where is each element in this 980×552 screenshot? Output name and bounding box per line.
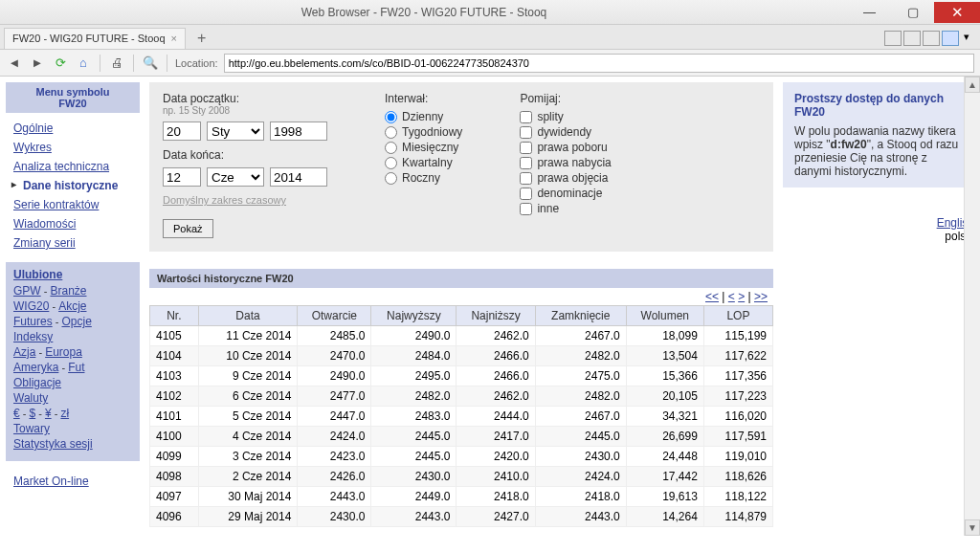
scroll-down-icon[interactable]: ▼ bbox=[965, 519, 980, 536]
skip-checkbox[interactable] bbox=[520, 172, 532, 185]
start-day-input[interactable] bbox=[163, 121, 201, 141]
fav-link[interactable]: WIG20 bbox=[13, 299, 49, 313]
sidebar-item[interactable]: Analiza techniczna bbox=[13, 157, 136, 176]
fav-link[interactable]: Obligacje bbox=[13, 376, 61, 389]
start-month-select[interactable]: Sty bbox=[207, 121, 264, 141]
fav-link[interactable]: Fut bbox=[68, 361, 84, 374]
fav-link[interactable]: Akcje bbox=[58, 299, 86, 313]
fav-link[interactable]: Futures bbox=[13, 315, 53, 328]
interval-radio[interactable] bbox=[385, 111, 397, 123]
fav-link[interactable]: Towary bbox=[13, 422, 50, 435]
favorites-header[interactable]: Ulubione bbox=[13, 268, 136, 281]
interval-option[interactable]: Dzienny bbox=[385, 109, 462, 124]
interval-radio[interactable] bbox=[385, 126, 397, 139]
scroll-up-icon[interactable]: ▲ bbox=[965, 77, 980, 93]
table-cell: 2447.0 bbox=[298, 407, 371, 427]
column-header[interactable]: Najwyższy bbox=[371, 306, 457, 326]
pager-prev[interactable]: < bbox=[728, 290, 735, 303]
sidebar-item[interactable]: Serie kontraktów bbox=[13, 195, 136, 214]
fav-link[interactable]: Branże bbox=[50, 284, 86, 298]
fav-link[interactable]: Europa bbox=[45, 345, 82, 359]
fav-link[interactable]: Statystyka sesji bbox=[13, 437, 93, 451]
skip-option[interactable]: splity bbox=[520, 109, 611, 124]
end-month-select[interactable]: Cze bbox=[207, 167, 264, 187]
interval-option[interactable]: Tygodniowy bbox=[385, 124, 462, 140]
skip-checkbox[interactable] bbox=[520, 142, 532, 154]
scrollbar[interactable]: ▲ ▼ bbox=[964, 77, 980, 536]
layout-icon-3[interactable] bbox=[923, 31, 940, 46]
interval-option[interactable]: Roczny bbox=[385, 170, 462, 186]
fav-link[interactable]: GPW bbox=[13, 284, 41, 298]
interval-option[interactable]: Kwartalny bbox=[385, 155, 462, 170]
fav-link[interactable]: zł bbox=[60, 407, 69, 420]
table-cell: 2420.0 bbox=[457, 447, 535, 467]
start-year-input[interactable] bbox=[270, 121, 327, 141]
sidebar-item[interactable]: Dane historyczne bbox=[13, 176, 136, 195]
table-cell: 2 Cze 2014 bbox=[198, 467, 298, 487]
close-window-button[interactable]: ✕ bbox=[934, 2, 980, 23]
back-icon[interactable]: ◄ bbox=[6, 55, 23, 70]
interval-radio[interactable] bbox=[385, 142, 397, 154]
fav-link[interactable]: Indeksy bbox=[13, 330, 53, 343]
sidebar-item[interactable]: Ogólnie bbox=[13, 119, 136, 138]
skip-option[interactable]: denominacje bbox=[520, 186, 611, 201]
minimize-button[interactable]: — bbox=[848, 2, 891, 23]
print-icon[interactable]: 🖨 bbox=[108, 55, 125, 70]
end-year-input[interactable] bbox=[270, 167, 327, 187]
skip-checkbox[interactable] bbox=[520, 188, 532, 200]
skip-checkbox[interactable] bbox=[520, 111, 532, 123]
column-header[interactable]: Otwarcie bbox=[298, 306, 371, 326]
filter-form: Data początku: np. 15 Sty 2008 Sty Data … bbox=[149, 82, 773, 252]
interval-radio[interactable] bbox=[385, 157, 397, 169]
interval-option[interactable]: Miesięczny bbox=[385, 140, 462, 155]
default-range-link[interactable]: Domyślny zakres czasowy bbox=[163, 194, 286, 206]
fav-link[interactable]: Opcje bbox=[61, 315, 91, 328]
skip-option[interactable]: prawa poboru bbox=[520, 140, 611, 155]
layout-icon-1[interactable] bbox=[884, 31, 902, 46]
layout-icon-4[interactable] bbox=[942, 31, 959, 46]
table-cell: 18,099 bbox=[626, 326, 703, 346]
column-header[interactable]: Zamknięcie bbox=[535, 306, 626, 326]
column-header[interactable]: Data bbox=[198, 306, 298, 326]
dropdown-icon[interactable]: ▾ bbox=[961, 31, 972, 46]
show-button[interactable]: Pokaż bbox=[163, 219, 213, 238]
sidebar-item[interactable]: Wykres bbox=[13, 138, 136, 157]
interval-radio[interactable] bbox=[385, 172, 397, 185]
end-day-input[interactable] bbox=[163, 167, 201, 187]
skip-checkbox[interactable] bbox=[520, 126, 532, 139]
fav-link[interactable]: Azja bbox=[13, 345, 35, 359]
skip-option[interactable]: dywidendy bbox=[520, 124, 611, 140]
skip-checkbox[interactable] bbox=[520, 203, 532, 215]
column-header[interactable]: Najniższy bbox=[457, 306, 535, 326]
skip-option[interactable]: inne bbox=[520, 201, 611, 216]
pager-first[interactable]: << bbox=[705, 290, 719, 303]
table-cell: 19,613 bbox=[626, 487, 703, 507]
browser-tab[interactable]: FW20 - WIG20 FUTURE - Stooq × bbox=[4, 28, 186, 49]
market-online-link[interactable]: Market On-line bbox=[13, 475, 89, 488]
table-cell: 117,356 bbox=[703, 366, 772, 386]
skip-label-text: prawa objęcia bbox=[537, 171, 608, 185]
fav-link[interactable]: Waluty bbox=[13, 391, 48, 405]
fav-link[interactable]: Ameryka bbox=[13, 361, 58, 374]
column-header[interactable]: LOP bbox=[703, 306, 772, 326]
tab-close-icon[interactable]: × bbox=[171, 33, 177, 44]
sidebar-item[interactable]: Zmiany serii bbox=[13, 233, 136, 253]
search-icon[interactable]: 🔍 bbox=[142, 55, 159, 70]
sidebar-item[interactable]: Wiadomości bbox=[13, 214, 136, 233]
fav-link[interactable]: ¥ bbox=[45, 407, 52, 420]
home-icon[interactable]: ⌂ bbox=[75, 55, 92, 70]
column-header[interactable]: Wolumen bbox=[626, 306, 703, 326]
pager-next[interactable]: > bbox=[738, 290, 745, 303]
maximize-button[interactable]: ▢ bbox=[891, 2, 934, 23]
skip-option[interactable]: prawa objęcia bbox=[520, 170, 611, 186]
skip-checkbox[interactable] bbox=[520, 157, 532, 169]
fav-link[interactable]: € bbox=[13, 407, 20, 420]
layout-icon-2[interactable] bbox=[903, 31, 921, 46]
new-tab-button[interactable]: + bbox=[191, 30, 212, 47]
url-input[interactable] bbox=[224, 54, 974, 73]
skip-option[interactable]: prawa nabycia bbox=[520, 155, 611, 170]
pager-last[interactable]: >> bbox=[754, 290, 768, 303]
column-header[interactable]: Nr. bbox=[150, 306, 199, 326]
forward-icon[interactable]: ► bbox=[29, 55, 46, 70]
reload-icon[interactable]: ⟳ bbox=[52, 55, 69, 70]
